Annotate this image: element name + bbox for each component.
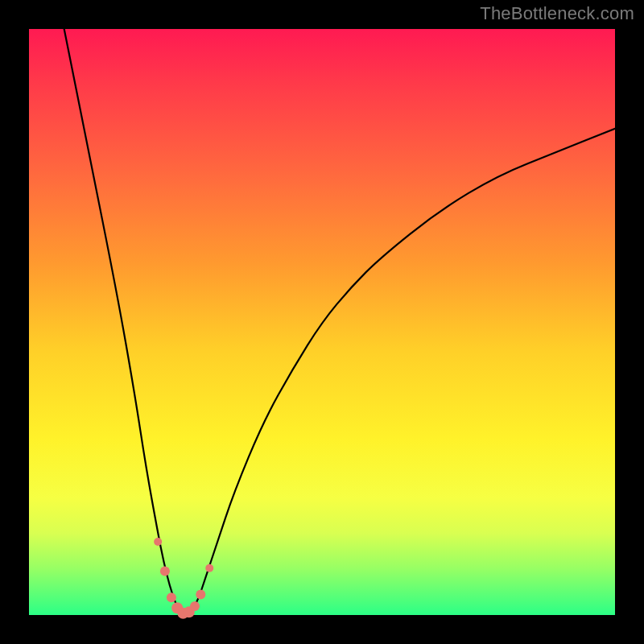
plot-area [29, 29, 615, 615]
bottleneck-curve [64, 29, 615, 615]
watermark: TheBottleneck.com [480, 3, 634, 24]
marker-point [160, 566, 170, 576]
marker-point [205, 564, 213, 572]
chart-svg [29, 29, 615, 615]
marker-point [167, 592, 176, 602]
chart-frame: TheBottleneck.com [0, 0, 644, 644]
marker-point [190, 601, 200, 611]
marker-point [154, 538, 162, 546]
marker-point [196, 590, 205, 600]
